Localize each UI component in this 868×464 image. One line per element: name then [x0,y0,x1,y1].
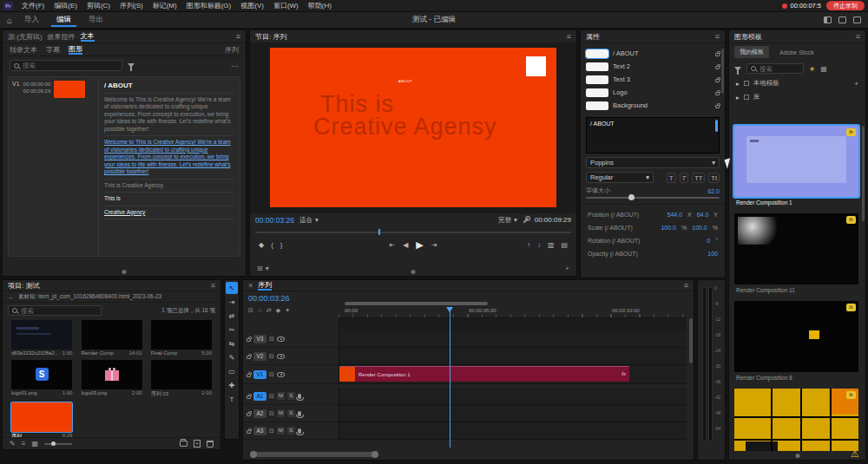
template-card[interactable]: fx Render Composition 11 [734,213,860,296]
small-caps-icon[interactable]: Tt [708,173,720,183]
add-marker-icon[interactable]: ◆ [276,307,280,314]
menu-graphics[interactable]: 图形和标题(G) [182,1,236,10]
chevron-right-icon[interactable]: ▸ [736,94,740,101]
project-search-box[interactable] [8,305,102,316]
track-visibility-icon[interactable] [277,337,285,342]
tab-program-monitor[interactable]: 节目: 序列 [255,32,286,42]
mark-out-icon[interactable]: } [280,241,283,249]
chevron-down-icon[interactable]: ▾ [266,265,269,272]
navigate-up-icon[interactable]: ← [8,293,15,301]
my-templates-button[interactable]: 我的模板 [734,46,769,58]
tab-graphics-templates[interactable]: 图形模板 [734,32,762,42]
layer-row-logo[interactable]: Logo [586,86,720,99]
close-icon[interactable]: × [248,281,253,290]
tab-effect-controls[interactable]: 效果控件 [48,32,76,42]
filter-icon[interactable] [734,67,741,71]
lock-icon[interactable] [715,79,720,82]
lock-icon[interactable] [715,105,720,108]
linked-selection-icon[interactable]: ⇄ [266,307,272,314]
timeline-clip-render-composition-1[interactable]: Render Composition 1 fx [339,366,629,382]
workspace-icon[interactable] [824,16,832,23]
textbox-scrollbar[interactable] [715,120,718,132]
mute-button[interactable]: M [277,427,285,435]
project-item[interactable]: S logo01.png1:00 [10,360,74,400]
template-thumbnail[interactable]: fx [734,213,858,284]
panel-resize-grip[interactable] [795,454,799,458]
tab-import[interactable]: 导入 [19,13,44,27]
track-select-tool-icon[interactable]: ⇥ [226,296,238,308]
text-layer-paragraph-selected[interactable]: Welcome to This is Creative Agency! We'r… [104,136,234,180]
timeline-timecode[interactable]: 00:00:03:26 [248,294,290,303]
list-view-icon[interactable]: ≡ [22,440,26,448]
panel-menu-icon[interactable]: ≡ [715,32,720,41]
position-x-value[interactable]: 544.0 [667,212,683,218]
hand-tool-icon[interactable]: ✚ [226,379,238,391]
template-search-field[interactable] [760,65,799,73]
lock-icon[interactable] [715,53,720,56]
edit-pencil-icon[interactable]: ✎ [10,440,16,448]
track-a3-lane[interactable] [339,422,687,440]
mute-button[interactable]: M [277,409,285,417]
program-viewport[interactable]: ABOUT This is Creative Agensy [250,43,576,213]
lock-icon[interactable] [247,356,251,359]
sync-lock-icon[interactable]: ⊟ [269,353,274,360]
thumbnail-zoom-slider[interactable] [44,443,72,445]
sync-lock-icon[interactable]: ⊟ [269,428,274,435]
font-style-dropdown[interactable]: Regular▾ [586,172,654,183]
tree-libraries[interactable]: ▸ 库 [729,90,865,104]
timeline-vertical-scrollbar[interactable] [689,318,693,363]
menu-view[interactable]: 视图(V) [236,1,268,10]
zoom-fit-dropdown[interactable]: 适合▾ [299,216,319,225]
layer-row-text3[interactable]: Text 3 [586,73,720,86]
menu-clip[interactable]: 剪辑(C) [82,1,115,10]
bin-breadcrumb[interactable]: 素材箱: item_jd_com_10162864608400.html_202… [18,293,161,301]
template-thumbnail[interactable]: fx [734,126,858,197]
scale-y-value[interactable]: 100.0 [692,225,707,231]
project-search-field[interactable] [21,307,97,315]
panel-resize-grip[interactable] [411,270,416,274]
tab-export[interactable]: 导出 [83,13,108,27]
project-item[interactable]: Final Comp5:00 [149,320,214,357]
voiceover-record-icon[interactable] [298,394,301,399]
panel-menu-icon[interactable]: ≡ [684,281,688,290]
mute-button[interactable]: M [277,392,285,400]
track-visibility-icon[interactable] [277,372,285,377]
text-layer-item[interactable]: Creative Agency [104,206,234,220]
all-caps-icon[interactable]: TT [692,173,705,183]
project-item[interactable]: 序列 032:00 [149,360,214,400]
panel-menu-icon[interactable]: ≡ [211,281,215,290]
settings-icon[interactable]: ▤ [561,241,568,249]
scrub-playhead[interactable] [378,229,380,235]
opacity-value[interactable]: 100 [707,251,718,257]
template-card[interactable]: fx Render Composition 8 [734,301,860,383]
sync-lock-icon[interactable]: ⊟ [269,371,274,378]
program-scrub-bar[interactable] [255,229,571,235]
layer-row-background[interactable]: Background [586,99,720,112]
lock-icon[interactable] [247,395,251,399]
rectangle-tool-icon[interactable]: ▭ [226,365,238,377]
menu-window[interactable]: 窗口(W) [269,1,303,10]
add-marker-icon[interactable]: ◆ [259,241,264,249]
text-layer-item[interactable]: This is [104,193,234,206]
tab-project[interactable]: 项目: 测试 [8,281,39,291]
layer-row-text2[interactable]: Text 2 [586,60,720,73]
checkbox[interactable] [744,81,749,86]
track-a1-badge[interactable]: A1 [253,392,266,401]
track-v1-badge[interactable]: V1 [253,370,266,379]
subtab-captions[interactable]: 字幕 [46,45,60,55]
delete-icon[interactable] [207,441,214,448]
track-a1-lane[interactable] [339,388,687,405]
menu-edit[interactable]: 编辑(E) [49,1,82,10]
nest-toggle-icon[interactable]: ⊟ [248,307,253,314]
font-size-slider[interactable] [586,197,720,199]
button-editor-icon[interactable]: + [565,265,569,272]
subtab-graphics[interactable]: 图形 [69,44,82,55]
template-search-box[interactable] [746,63,804,74]
playback-quality-dropdown[interactable]: 完整▾ [498,216,517,225]
chevron-right-icon[interactable]: ▸ [736,80,740,88]
tree-local-templates[interactable]: ▸ 本地模板 + [729,76,865,90]
font-family-dropdown[interactable]: Poppins▾ [586,157,720,168]
track-v1-lane[interactable]: Render Composition 1 fx [339,365,687,384]
tab-sequence[interactable]: 序列 [258,280,272,291]
templates-scrollbar[interactable] [862,126,865,221]
